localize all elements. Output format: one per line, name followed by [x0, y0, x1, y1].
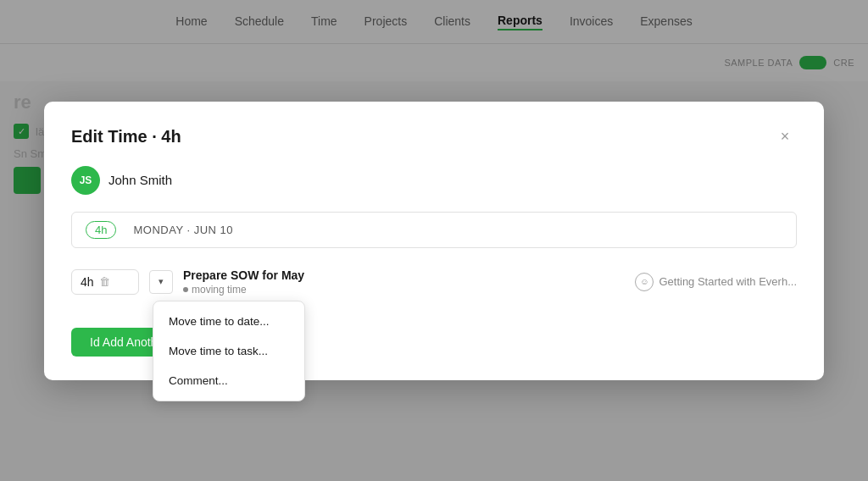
task-name: Prepare SOW for May — [183, 268, 625, 282]
time-day-row: 4h MONDAY · JUN 10 — [71, 212, 797, 248]
user-name: John Smith — [108, 173, 172, 187]
day-label: MONDAY · JUN 10 — [133, 224, 233, 236]
dropdown-item-move-task[interactable]: Move time to task... — [153, 336, 304, 366]
dropdown-menu: Move time to date... Move time to task..… — [153, 301, 305, 401]
avatar: JS — [71, 166, 100, 195]
entry-row: 4h 🗑 ▾ Prepare SOW for May moving time ☺… — [71, 260, 797, 304]
time-value: 4h — [81, 275, 94, 289]
close-icon: × — [781, 128, 790, 146]
modal-title: Edit Time · 4h — [71, 127, 181, 147]
task-info: Prepare SOW for May moving time — [183, 268, 625, 296]
dropdown-item-comment[interactable]: Comment... — [153, 366, 304, 395]
modal-overlay: Edit Time · 4h × JS John Smith 4h MONDAY… — [0, 0, 868, 481]
time-input-group[interactable]: 4h 🗑 — [71, 269, 139, 295]
chevron-down-icon: ▾ — [159, 276, 164, 287]
dot-icon — [183, 287, 188, 292]
time-badge: 4h — [86, 221, 116, 239]
project-info: ☺ Getting Started with Everh... — [635, 273, 797, 291]
trash-icon[interactable]: 🗑 — [99, 275, 110, 288]
task-sub: moving time — [183, 284, 625, 296]
close-button[interactable]: × — [773, 125, 797, 149]
edit-time-modal: Edit Time · 4h × JS John Smith 4h MONDAY… — [44, 102, 824, 380]
modal-header: Edit Time · 4h × — [71, 125, 797, 149]
dropdown-item-move-date[interactable]: Move time to date... — [153, 307, 304, 336]
dropdown-toggle-button[interactable]: ▾ — [149, 270, 173, 294]
task-sub-text: moving time — [192, 284, 247, 296]
project-avatar-icon: ☺ — [635, 273, 654, 291]
user-row: JS John Smith — [71, 166, 797, 195]
project-label: Getting Started with Everh... — [659, 275, 797, 288]
